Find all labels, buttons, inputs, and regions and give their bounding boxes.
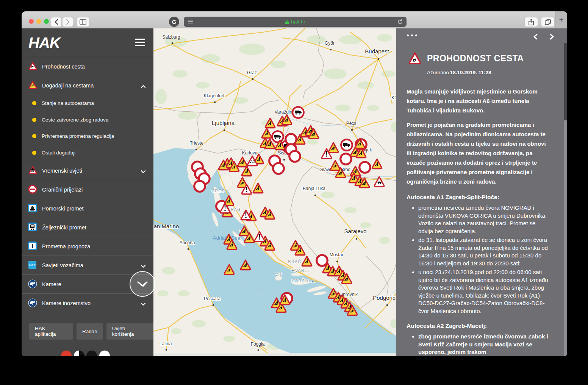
sidebar-item-label: Prohodnost cesta [42, 64, 85, 70]
chevron-up-icon[interactable] [141, 83, 146, 89]
sidebar-subitem-label: Ceste zatvorene zbog radova [42, 117, 108, 123]
city-dot [351, 129, 353, 131]
address-bar[interactable]: hak.hr [184, 17, 407, 27]
chevron-down-icon[interactable] [141, 168, 146, 175]
section-bullet-list: zbog prometne nesreće između čvorova Zab… [407, 333, 549, 356]
footer-badge-white-black[interactable] [99, 351, 110, 356]
footer-badge-red[interactable] [61, 351, 72, 356]
city-dot [314, 195, 316, 196]
lock-icon [285, 19, 289, 25]
previous-report-button[interactable] [533, 34, 538, 41]
island-label-brač: BRAČ [288, 259, 301, 264]
road-closed-marker[interactable] [341, 154, 352, 165]
road-closed-marker[interactable] [194, 181, 205, 192]
more-options-icon[interactable] [407, 34, 417, 36]
city-label-klagenfurt: Klagenfurt [204, 93, 225, 98]
hak-aplikacija-button[interactable]: HAK aplikacija [29, 323, 73, 340]
sidebar-item-label: Kamere inozemstvo [42, 300, 91, 306]
truck-ban-marker[interactable] [272, 131, 283, 142]
hak-logo[interactable]: HAK [28, 34, 60, 51]
road-closed-marker[interactable] [273, 163, 284, 174]
report-paragraph: Magla smanjuje vidljivost mjestimice u G… [407, 87, 549, 115]
info-sign-icon: i [28, 242, 38, 251]
city-dot [252, 78, 254, 80]
road-closed-marker[interactable] [360, 162, 371, 173]
sidebar-item-kamere-inozemstvo[interactable]: Kamere inozemstvo [22, 293, 153, 312]
page-content: HAK Prohodnost cesta Događaji na cestama… [22, 28, 567, 356]
sidebar-subitem-ceste-zatvorene-zbog-radova[interactable]: Ceste zatvorene zbog radova [22, 112, 153, 128]
sidebar-item-vremenski-uvjeti[interactable]: Vremenski uvjeti [22, 161, 153, 180]
hak-sign-icon: HAK [28, 260, 38, 270]
city-label-graz: Graz [247, 70, 257, 75]
tabs-icon [545, 19, 551, 25]
sidebar-subitem-privremena-prometna-regulacija[interactable]: Privremena prometna regulacija [22, 128, 153, 145]
browser-toolbar: G hak.hr + [22, 11, 567, 29]
city-label-gy-r: Győr [325, 41, 335, 46]
scrollbar-thumb[interactable] [564, 43, 567, 120]
sidebar-item-grani-ni-prijelazi[interactable]: Granični prijelazi [22, 180, 153, 199]
chevron-down-icon[interactable] [141, 263, 146, 269]
city-label-latina: Latina [160, 341, 172, 346]
minimize-window-button[interactable] [36, 19, 41, 24]
island-label-vis: VIS [275, 272, 283, 277]
scroll-down-floating-button[interactable] [130, 271, 155, 297]
chevron-down-icon[interactable] [141, 301, 146, 307]
close-window-button[interactable] [29, 19, 34, 24]
sidebar-item-prohodnost-cesta[interactable]: Prohodnost cesta [22, 57, 153, 76]
road-closed-marker[interactable] [317, 255, 328, 266]
city-label-vara-din: Varaždin [275, 109, 292, 115]
sidebar-item--eljezni-ki-promet[interactable]: Željeznički promet [22, 218, 153, 237]
traffic-map[interactable]: SalzburgGyőrBudapestGrazKlagenfurtLjublj… [153, 28, 396, 353]
sidebar-item-savjeti-voza-ima[interactable]: HAK Savjeti vozačima [22, 256, 153, 274]
section-bullet: zbog prometne nesreće između čvorova Zab… [418, 333, 549, 356]
city-label-foggia: Foggia [251, 341, 265, 347]
city-dot [378, 58, 380, 60]
chevron-down-icon [137, 281, 148, 287]
road-closed-marker[interactable] [289, 151, 300, 162]
sidebar-icon [80, 19, 86, 25]
new-tab-button[interactable]: + [555, 11, 567, 28]
footer-badge-black[interactable] [86, 351, 97, 356]
report-paragraph: Promet je pojačan na gradskim prometnica… [407, 120, 549, 186]
screen: G hak.hr + HAK Prohodnost cesta D [0, 0, 588, 385]
city-dot [188, 248, 189, 250]
sidebar-item-label: Događaji na cestama [42, 83, 94, 89]
city-dot [336, 261, 338, 263]
train-sign-icon [28, 223, 38, 232]
svg-text:i: i [32, 243, 33, 249]
chevron-right-icon [66, 19, 70, 25]
back-button[interactable] [51, 17, 62, 27]
truck-ban-marker[interactable] [292, 107, 303, 118]
section-bullet: prometna nesreća između čvora NOVIGRAD i… [418, 204, 549, 235]
sidebar-item-doga-aji-na-cestama[interactable]: Događaji na cestama [22, 76, 153, 95]
truck-ban-marker[interactable] [341, 139, 352, 150]
reload-icon[interactable] [397, 19, 403, 25]
chevron-right-icon [549, 34, 555, 40]
forward-button[interactable] [62, 17, 73, 27]
uvjeti-kori-tenja-button[interactable]: Uvjeti korištenja [106, 323, 153, 340]
browser-window: G hak.hr + HAK Prohodnost cesta D [22, 11, 567, 356]
hamburger-menu-icon[interactable] [135, 39, 145, 46]
sidebar-item-prometna-prognoza[interactable]: i Prometna prognoza [22, 237, 153, 256]
zoom-window-button[interactable] [44, 19, 49, 24]
grammarly-extension-button[interactable]: G [169, 17, 179, 27]
sidebar-toggle-button[interactable] [77, 17, 89, 27]
sidebar-item-pomorski-promet[interactable]: Pomorski promet [22, 199, 153, 218]
city-label-san-marino: San Marino [153, 223, 179, 229]
sidebar-subitem-ostali-doga-aji[interactable]: Ostali događaji [22, 145, 153, 161]
panel-scrollbar[interactable] [564, 43, 567, 356]
map-area[interactable]: SalzburgGyőrBudapestGrazKlagenfurtLjublj… [153, 28, 396, 356]
city-dot [330, 49, 332, 51]
section-heading: Autocesta A1 Zagreb-Split-Ploče: [407, 194, 549, 201]
city-dot [356, 238, 358, 240]
footer-badge-black-white[interactable] [74, 351, 84, 356]
radari-button[interactable]: Radari [77, 323, 103, 340]
tab-overview-button[interactable] [541, 17, 555, 27]
sidebar-subitem-stanje-na-autocestama[interactable]: Stanje na autocestama [22, 95, 153, 112]
share-button[interactable] [524, 17, 538, 27]
next-report-button[interactable] [549, 34, 555, 41]
sidebar-item-label: Savjeti vozačima [42, 262, 83, 268]
city-dot [166, 349, 167, 351]
island-label-pag: PAG [231, 207, 241, 212]
sidebar-item-label: Kamere [42, 281, 61, 287]
